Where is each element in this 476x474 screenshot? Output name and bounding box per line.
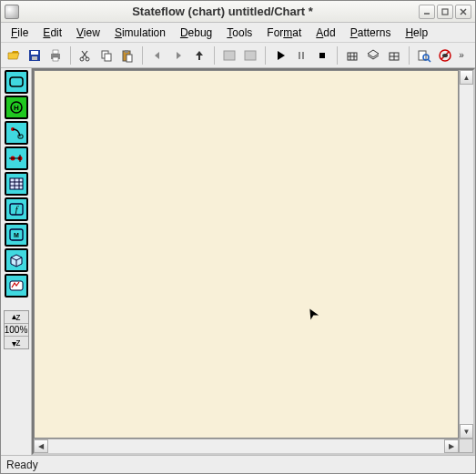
menu-help[interactable]: Help [399,25,434,41]
canvas-area: ➤ ▲ ▼ ◀ ▶ [32,68,475,455]
disabled-button-2[interactable] [240,45,260,66]
scroll-right-button[interactable]: ▶ [444,439,459,453]
truth-table-tool[interactable] [5,172,28,196]
embedded-matlab-tool[interactable]: M [5,223,28,247]
zoom-level[interactable]: 100% [5,324,28,337]
build-button-3[interactable] [384,45,404,66]
menu-simulation[interactable]: Simulation [108,25,172,41]
zoom-in-button[interactable]: ▴z [5,311,28,324]
open-button[interactable] [4,45,24,66]
copy-button[interactable] [96,45,116,66]
menu-view[interactable]: View [70,25,106,41]
svg-line-33 [428,59,430,62]
disabled-button-1[interactable] [219,45,239,66]
find-button[interactable] [414,45,434,66]
svg-rect-17 [125,50,128,53]
status-text: Ready [6,459,38,471]
statusbar: Ready [1,455,475,473]
titlebar: Stateflow (chart) untitled/Chart * [1,1,475,23]
svg-rect-23 [319,53,325,58]
toolbar-separator [142,46,143,65]
svg-rect-1 [442,9,448,15]
scroll-down-button[interactable]: ▼ [460,424,473,439]
svg-rect-18 [127,55,132,62]
cursor-icon: ➤ [301,305,322,324]
svg-rect-6 [32,56,37,60]
toolbar-separator [214,46,215,65]
build-button-2[interactable] [363,45,383,66]
toolbar-overflow-button[interactable]: » [456,50,467,60]
scroll-corner [459,439,473,453]
svg-rect-41 [18,135,23,138]
menu-format[interactable]: Format [260,25,308,41]
minimize-button[interactable] [419,5,435,19]
svg-rect-47 [10,178,23,189]
cut-button[interactable] [76,45,96,66]
zoom-widget: ▴z 100% ▾z [4,310,29,349]
up-button[interactable] [189,45,209,66]
toolbar-separator [265,46,266,65]
scroll-track[interactable] [48,439,444,453]
menu-file[interactable]: File [5,25,35,41]
menu-debug[interactable]: Debug [174,25,218,41]
toolbar-separator [70,46,71,65]
paste-button[interactable] [117,45,137,66]
menubar: FileEditViewSimulationDebugToolsFormatAd… [1,23,475,43]
default-transition-tool[interactable] [5,121,28,145]
workspace: H f M ▴z 100% ▾z ➤ ▲ ▼ [1,68,475,455]
debug-off-button[interactable] [435,45,455,66]
vertical-scrollbar[interactable]: ▲ ▼ [459,70,473,439]
scroll-track[interactable] [460,85,473,424]
play-button[interactable] [270,45,290,66]
print-button[interactable] [46,45,66,66]
svg-text:f: f [15,204,19,215]
svg-text:H: H [14,104,19,112]
back-button[interactable] [147,45,167,66]
svg-rect-8 [53,50,58,54]
svg-rect-19 [224,51,235,60]
svg-rect-37 [10,77,23,86]
menu-edit[interactable]: Edit [36,25,68,41]
function-tool[interactable]: f [5,197,28,221]
history-tool[interactable]: H [5,96,28,119]
maximize-button[interactable] [437,5,453,19]
forward-button[interactable] [168,45,188,66]
chart-canvas[interactable]: ➤ [34,70,459,439]
toolbar-separator [409,46,410,65]
menu-patterns[interactable]: Patterns [344,25,398,41]
simulink-function-tool[interactable] [5,274,28,298]
stateflow-window: Stateflow (chart) untitled/Chart * FileE… [0,0,476,474]
window-title: Stateflow (chart) untitled/Chart * [26,5,419,18]
menu-add[interactable]: Add [309,25,341,41]
scroll-left-button[interactable]: ◀ [34,439,48,453]
state-tool[interactable] [5,70,28,94]
svg-rect-22 [302,52,304,59]
close-button[interactable] [455,5,471,19]
main-toolbar: » [1,43,475,68]
junction-tool[interactable] [5,146,28,170]
zoom-out-button[interactable]: ▾z [5,337,28,348]
svg-text:M: M [14,232,19,238]
pause-button[interactable] [291,45,311,66]
toolbar-separator [337,46,338,65]
window-controls [419,5,471,19]
svg-rect-20 [245,51,256,60]
stop-button[interactable] [312,45,332,66]
svg-rect-15 [105,54,111,61]
scroll-up-button[interactable]: ▲ [460,70,473,85]
save-button[interactable] [25,45,45,66]
menu-tools[interactable]: Tools [220,25,258,41]
build-button-1[interactable] [342,45,362,66]
svg-rect-5 [31,51,38,55]
svg-rect-21 [299,52,300,59]
horizontal-scrollbar[interactable]: ◀ ▶ [34,439,459,453]
app-icon [5,5,19,19]
box-tool[interactable] [5,248,28,272]
tool-palette: H f M ▴z 100% ▾z [1,68,32,455]
svg-rect-9 [53,57,58,61]
svg-point-36 [442,54,448,57]
